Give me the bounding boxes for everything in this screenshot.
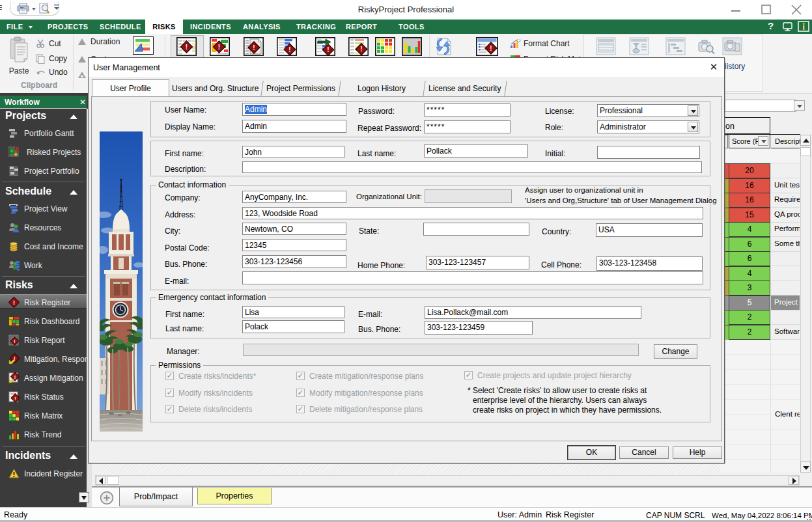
mitigation-plans-ribbon-button[interactable]: ! — [277, 37, 297, 56]
hscroll-thumb[interactable] — [107, 476, 119, 485]
tab-project-permissions[interactable]: Project Permissions — [261, 81, 341, 96]
role-combo[interactable]: Administrator — [597, 120, 699, 133]
file-dropdown-icon[interactable] — [29, 26, 33, 29]
dialog-close-icon[interactable]: ✕ — [707, 61, 721, 74]
vertical-scrollbar[interactable] — [800, 135, 811, 473]
desc-cell[interactable]: QA proc — [771, 208, 800, 223]
print-preview-icon[interactable] — [39, 3, 51, 14]
panel-expand-button[interactable] — [79, 492, 89, 502]
assign-mitigation-ribbon-button[interactable]: ! — [315, 37, 335, 56]
description-field[interactable] — [242, 161, 702, 173]
score-cell[interactable]: 16 — [729, 178, 770, 193]
emergency-first-name-field[interactable]: Lisa — [242, 306, 344, 318]
collapse-incidents-icon[interactable] — [70, 454, 77, 459]
score-cell[interactable]: 5 — [729, 295, 770, 310]
collapse-risks-icon[interactable] — [70, 284, 77, 288]
format-chart-button[interactable]: Format Chart — [510, 39, 521, 51]
user-name-field[interactable]: Admin — [242, 103, 346, 116]
score-cell[interactable]: 15 — [729, 208, 770, 223]
change-button[interactable]: Change — [654, 344, 697, 359]
workflow-close-icon[interactable]: ✕ — [79, 98, 86, 107]
scroll-left-button[interactable] — [96, 476, 106, 485]
cancel-button[interactable]: Cancel — [619, 446, 669, 459]
cost-button[interactable]: Cost — [77, 55, 87, 65]
help-button[interactable]: Help — [673, 446, 722, 459]
ok-button[interactable]: OK — [568, 446, 615, 460]
menu-analysis[interactable]: ANALYSIS — [243, 20, 281, 34]
desc-cell[interactable] — [771, 163, 800, 178]
modify-mitigation-checkbox[interactable]: ✓ — [296, 389, 305, 397]
emergency-last-name-field[interactable]: Polack — [242, 320, 344, 333]
desc-cell[interactable] — [771, 281, 800, 295]
delete-risks-checkbox[interactable]: ✓ — [165, 405, 174, 413]
close-button[interactable] — [789, 3, 804, 17]
score-cell[interactable]: 4 — [729, 266, 770, 281]
desc-cell[interactable]: Perform — [771, 222, 800, 237]
score-cell[interactable]: 6 — [729, 251, 770, 266]
sidebar-item-risk-matrix[interactable]: Risk Matrix — [0, 409, 88, 422]
state-field[interactable] — [423, 223, 529, 236]
desc-cell[interactable]: Unit test — [771, 178, 800, 193]
tab-users-org-structure[interactable]: Users and Org. Structure — [168, 81, 263, 96]
risk-status-ribbon-button[interactable]: ! — [348, 37, 369, 56]
menu-file[interactable]: FILE — [7, 20, 23, 34]
score-cell[interactable]: 4 — [729, 222, 770, 237]
score-cell[interactable]: 16 — [729, 193, 770, 208]
risk-register-ribbon-button[interactable]: ! — [176, 37, 197, 56]
desc-cell[interactable] — [771, 266, 800, 281]
menu-projects[interactable]: PROJECTS — [48, 20, 89, 34]
sidebar-item-mitigation-response[interactable]: ! Mitigation, Response — [0, 353, 88, 366]
menu-tools[interactable]: TOOLS — [399, 20, 425, 34]
license-combo[interactable]: Professional — [597, 104, 699, 117]
menu-report[interactable]: REPORT — [346, 20, 377, 34]
sidebar-item-work[interactable]: Work — [0, 259, 88, 272]
income-button[interactable] — [77, 71, 87, 81]
report-table-button[interactable] — [596, 37, 616, 56]
menu-incidents[interactable]: INCIDENTS — [190, 20, 231, 34]
duration-button[interactable]: Duration — [77, 38, 87, 48]
gantt-report-button[interactable] — [665, 37, 686, 56]
section-projects[interactable]: Projects — [5, 110, 46, 122]
vscroll-thumb[interactable] — [800, 147, 811, 156]
city-field[interactable]: Newtown, CO — [242, 223, 346, 235]
menu-schedule[interactable]: SCHEDULE — [100, 20, 141, 34]
score-cell[interactable]: 2 — [729, 310, 770, 325]
snapshot-button[interactable] — [722, 37, 742, 56]
email-field[interactable] — [242, 271, 703, 284]
snapshot-search-button[interactable] — [696, 37, 716, 56]
home-phone-field[interactable]: 303-123-123457 — [426, 256, 529, 269]
gantt-chart-button[interactable] — [133, 36, 154, 55]
cell-phone-field[interactable]: 303-123-123458 — [596, 256, 703, 271]
menu-tracking[interactable]: TRACKING — [296, 20, 336, 34]
risk-dashboard-ribbon-button[interactable]: ! — [210, 37, 230, 56]
address-field[interactable]: 123, Woodside Road — [242, 207, 703, 219]
repeat-password-field[interactable]: ***** — [424, 120, 511, 133]
collapse-projects-icon[interactable] — [70, 115, 77, 119]
info-icon[interactable] — [798, 21, 809, 32]
bus-phone-field[interactable]: 303-123-123456 — [242, 255, 346, 268]
display-name-field[interactable]: Admin — [242, 120, 346, 133]
score-cell[interactable]: 2 — [729, 325, 770, 340]
monitor-icon[interactable] — [783, 22, 793, 32]
desc-cell[interactable]: Some th — [771, 237, 800, 252]
sidebar-item-project-view[interactable]: Project View — [0, 202, 88, 215]
password-field[interactable]: ***** — [424, 103, 511, 117]
sidebar-item-risk-trend[interactable]: Risk Trend — [0, 428, 88, 441]
scroll-right-button[interactable] — [789, 476, 799, 485]
tab-logon-history[interactable]: Logon History — [339, 81, 425, 96]
sidebar-item-risk-register[interactable]: ! Risk Register — [0, 296, 88, 309]
sidebar-item-cost-income[interactable]: Cost and Income — [0, 240, 88, 253]
desc-cell[interactable] — [771, 310, 800, 325]
grid-header-desc[interactable]: Descript — [771, 134, 800, 148]
risk-properties-button[interactable]: ! — [476, 37, 498, 56]
delete-mitigation-checkbox[interactable]: ✓ — [296, 405, 305, 413]
desc-cell[interactable]: Project — [771, 295, 800, 310]
menu-risks[interactable]: RISKS — [145, 20, 183, 34]
sidebar-item-assign-mitigation[interactable]: ! Assign Mitigation — [0, 372, 88, 385]
risk-trend-ribbon-button[interactable] — [402, 37, 422, 56]
filter-dropdown-button[interactable] — [794, 100, 805, 111]
emergency-bus-phone-field[interactable]: 303-123-123459 — [425, 321, 533, 335]
desc-cell[interactable]: Softwar — [771, 325, 800, 340]
section-schedule[interactable]: Schedule — [5, 185, 51, 197]
emergency-email-field[interactable]: Lisa.Pollack@mail.com — [425, 306, 641, 319]
